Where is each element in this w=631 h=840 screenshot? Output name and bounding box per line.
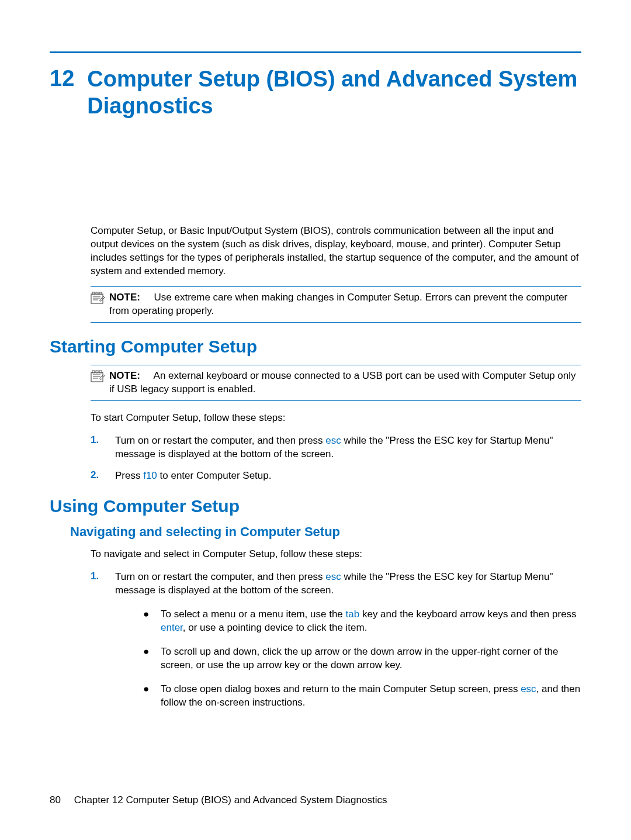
bullet-list: ● To select a menu or a menu item, use t… [140,608,581,710]
chapter-number: 12 [50,66,74,92]
text: Turn on or restart the computer, and the… [115,571,325,582]
footer-chapter-text: Chapter 12 Computer Setup (BIOS) and Adv… [74,794,387,806]
note-2-text: NOTE: An external keyboard or mouse conn… [109,369,581,396]
step-number-1: 1. [91,571,115,582]
step-number-1: 1. [91,434,115,446]
bullet-icon: ● [140,683,161,696]
starting-intro-para: To start Computer Setup, follow these st… [91,412,581,425]
step-2-body: Press f10 to enter Computer Setup. [115,469,581,483]
key-esc: esc [325,571,341,582]
note-label: NOTE: [109,292,140,303]
bullet-3-body: To close open dialog boxes and return to… [161,683,581,710]
text: To close open dialog boxes and return to… [161,683,521,694]
text: Press [115,470,143,481]
list-item: ● To scroll up and down, click the up ar… [140,645,581,672]
section-heading-using: Using Computer Setup [50,496,581,516]
list-item: 1. Turn on or restart the computer, and … [91,434,581,461]
note-icon [91,370,106,383]
page-number: 80 [50,794,61,806]
navigating-steps-list: 1. Turn on or restart the computer, and … [91,571,581,720]
text: Turn on or restart the computer, and the… [115,435,325,446]
section-heading-starting: Starting Computer Setup [50,337,581,357]
bullet-1-body: To select a menu or a menu item, use the… [161,608,581,635]
chapter-top-rule [50,51,581,53]
list-item: ● To select a menu or a menu item, use t… [140,608,581,635]
section-using: Using Computer Setup Navigating and sele… [50,496,581,720]
key-tab: tab [346,609,360,620]
step-number-2: 2. [91,469,115,481]
note-body: Use extreme care when making changes in … [109,292,567,316]
subsection-heading-navigating: Navigating and selecting in Computer Set… [70,524,581,540]
note-icon [91,292,106,305]
key-enter: enter [161,622,183,633]
page-footer: 80 Chapter 12 Computer Setup (BIOS) and … [50,794,387,806]
key-f10: f10 [143,470,157,481]
step-1-body: Turn on or restart the computer, and the… [115,434,581,461]
note-box-1: NOTE: Use extreme care when making chang… [91,286,581,323]
chapter-header: 12 Computer Setup (BIOS) and Advanced Sy… [50,66,581,119]
text: To select a menu or a menu item, use the [161,609,346,620]
step-1-body: Turn on or restart the computer, and the… [115,571,581,720]
note-1-text: NOTE: Use extreme care when making chang… [109,291,581,318]
intro-paragraph: Computer Setup, or Basic Input/Output Sy… [91,224,581,278]
starting-steps-list: 1. Turn on or restart the computer, and … [91,434,581,483]
bullet-icon: ● [140,608,161,621]
section-starting: Starting Computer Setup NOTE: An externa… [50,337,581,483]
navigating-intro-para: To navigate and select in Computer Setup… [91,548,581,561]
key-esc: esc [521,683,536,694]
list-item: 2. Press f10 to enter Computer Setup. [91,469,581,483]
text: key and the keyboard arrow keys and then… [359,609,576,620]
note-body: An external keyboard or mouse connected … [109,370,576,395]
text: , or use a pointing device to click the … [183,622,367,633]
bullet-icon: ● [140,645,161,659]
list-item: 1. Turn on or restart the computer, and … [91,571,581,720]
note-box-2: NOTE: An external keyboard or mouse conn… [91,365,581,401]
list-item: ● To close open dialog boxes and return … [140,683,581,710]
chapter-title: Computer Setup (BIOS) and Advanced Syste… [87,66,581,119]
text: to enter Computer Setup. [157,470,272,481]
key-esc: esc [325,435,341,446]
bullet-2-body: To scroll up and down, click the up arro… [161,645,581,672]
note-label: NOTE: [109,370,140,381]
